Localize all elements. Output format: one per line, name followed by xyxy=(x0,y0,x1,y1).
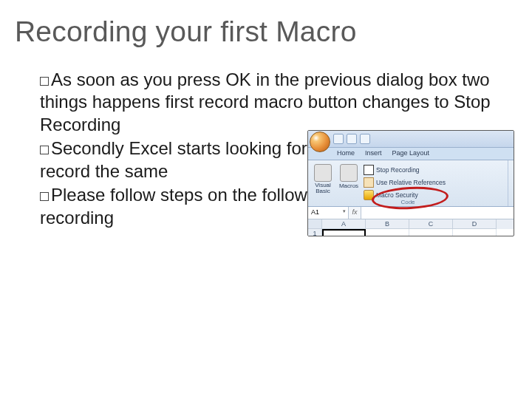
relative-references-icon xyxy=(364,177,374,188)
slide: Recording your first Macro As soon as yo… xyxy=(0,0,532,399)
ribbon-tabs: Home Insert Page Layout xyxy=(308,148,514,160)
worksheet: A B C D 1 xyxy=(308,219,514,236)
slide-title: Recording your first Macro xyxy=(15,16,514,48)
relative-references-button: Use Relative References xyxy=(364,177,460,188)
stop-recording-label: Stop Recording xyxy=(376,166,420,174)
bullet-lead: As xyxy=(51,69,72,89)
column-headers: A B C D xyxy=(308,219,514,229)
row-header-1: 1 xyxy=(308,229,322,236)
relative-references-label: Use Relative References xyxy=(376,179,446,186)
cell-c1 xyxy=(409,229,453,236)
tab-home: Home xyxy=(332,148,360,160)
bullet-lead: Please xyxy=(51,185,105,205)
macros-icon xyxy=(340,164,358,182)
formula-bar: A1 fx xyxy=(308,207,514,219)
ribbon-group-label: Code xyxy=(308,199,508,205)
name-box: A1 xyxy=(308,207,349,219)
bullet-lead: Secondly xyxy=(51,138,124,158)
bullet-marker xyxy=(40,192,49,201)
macros-label: Macros xyxy=(339,183,358,189)
ribbon: Visual Basic Macros Stop Recording Use R… xyxy=(308,160,514,207)
office-button-icon xyxy=(310,132,330,152)
worksheet-row: 1 xyxy=(308,229,514,236)
select-all-corner xyxy=(308,219,322,229)
col-header-d: D xyxy=(453,219,497,229)
col-header-c: C xyxy=(409,219,453,229)
tab-insert: Insert xyxy=(360,148,387,160)
titlebar xyxy=(308,131,514,148)
cell-b1 xyxy=(366,229,409,236)
bullet-item: As soon as you press OK in the previous … xyxy=(40,69,510,136)
quick-access-toolbar xyxy=(333,134,370,144)
cell-a1 xyxy=(322,229,366,236)
qat-redo-icon xyxy=(360,134,370,144)
ribbon-group-code: Visual Basic Macros Stop Recording Use R… xyxy=(308,160,508,206)
visual-basic-icon xyxy=(314,164,332,182)
visual-basic-label: Visual Basic xyxy=(312,183,334,195)
macro-security-label: Macro Security xyxy=(376,191,418,199)
bullet-marker xyxy=(40,77,49,86)
qat-undo-icon xyxy=(347,134,357,144)
formula-input xyxy=(361,207,514,219)
tab-pagelayout: Page Layout xyxy=(387,148,435,160)
bullet-marker xyxy=(40,146,49,154)
excel-ribbon-screenshot: Home Insert Page Layout Visual Basic Mac… xyxy=(307,130,514,236)
qat-save-icon xyxy=(333,134,344,144)
stop-recording-button: Stop Recording xyxy=(364,164,460,175)
col-header-a: A xyxy=(322,219,366,229)
cell-d1 xyxy=(453,229,497,236)
col-header-b: B xyxy=(366,219,409,229)
fx-icon: fx xyxy=(349,207,361,219)
bullet-text: soon as you press OK in the previous dia… xyxy=(40,69,491,134)
stop-recording-icon xyxy=(364,165,374,175)
